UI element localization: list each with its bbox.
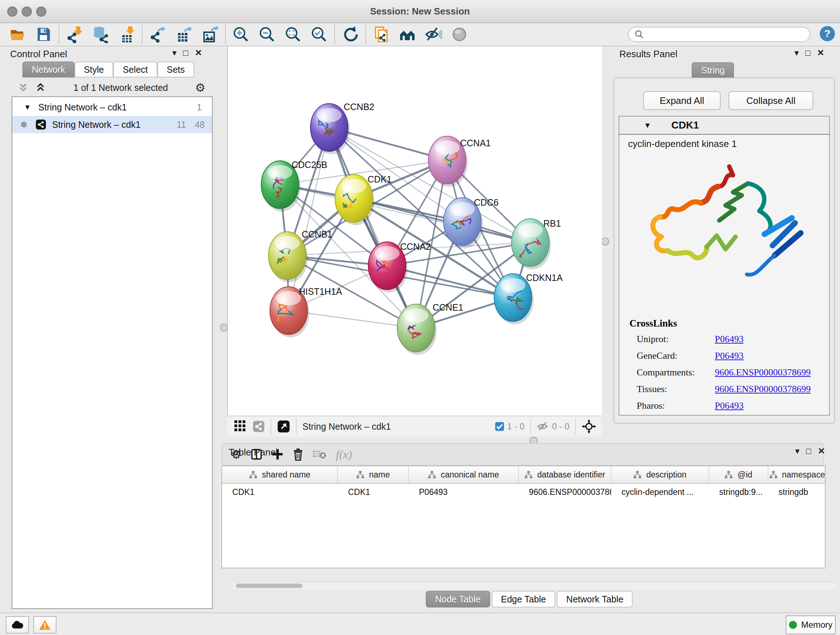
export-image-icon[interactable]: [200, 24, 220, 44]
network-collection-label: String Network – cdk1: [38, 102, 127, 112]
panel-float-icon[interactable]: □: [805, 49, 811, 57]
table-cell[interactable]: CDK1: [338, 484, 409, 500]
table-cell[interactable]: stringdb:9...: [709, 484, 768, 500]
render-detail-eye-icon[interactable]: [449, 24, 470, 44]
import-table-file-icon[interactable]: [117, 24, 137, 44]
node-RB1[interactable]: RB1: [512, 218, 561, 269]
import-network-file-icon[interactable]: [65, 24, 85, 44]
table-cell[interactable]: stringdb: [768, 484, 826, 500]
tab-sets[interactable]: Sets: [157, 62, 194, 78]
search-input[interactable]: [647, 29, 810, 40]
panel-close-icon[interactable]: ✕: [817, 49, 824, 57]
cloud-button[interactable]: [6, 616, 29, 633]
node-CDC6[interactable]: CDC6: [444, 197, 499, 249]
node-CDKN1A[interactable]: CDKN1A: [494, 272, 563, 325]
vertical-splitter-handle-left[interactable]: [220, 324, 228, 332]
column-header-name[interactable]: name: [338, 466, 409, 483]
crosslink-compartments-link[interactable]: 9606.ENSP00000378699: [715, 367, 811, 378]
import-network-database-icon[interactable]: [90, 24, 111, 44]
node-CCNA2[interactable]: CCNA2: [368, 241, 431, 293]
zoom-fit-content-icon[interactable]: [283, 24, 303, 44]
birdseye-view-icon[interactable]: [277, 420, 290, 433]
expand-all-button[interactable]: Expand All: [643, 91, 721, 110]
crosslink-pharos-link[interactable]: P06493: [715, 401, 744, 411]
table-cell[interactable]: cyclin-dependent ...: [611, 484, 709, 500]
table-cell[interactable]: CDK1: [222, 484, 338, 500]
collapse-all-button[interactable]: Collapse All: [729, 91, 813, 110]
collapse-all-chevron-icon[interactable]: [17, 82, 29, 93]
zoom-selected-icon[interactable]: [309, 24, 329, 44]
panel-float-icon[interactable]: □: [183, 49, 188, 57]
node-CCNB2[interactable]: CCNB2: [310, 102, 374, 154]
table-row[interactable]: CDK1CDK1P064939606.ENSP00000378699cyclin…: [222, 484, 825, 500]
search-field[interactable]: [628, 27, 810, 42]
column-header-canonical-name[interactable]: canonical name: [409, 466, 519, 483]
network-row[interactable]: String Network – cdk1 11 48: [12, 116, 212, 133]
vertical-splitter-handle-right[interactable]: [601, 238, 609, 245]
column-header-shared-name[interactable]: shared name: [222, 466, 338, 483]
entry-header[interactable]: ▼ CDK1: [619, 117, 829, 135]
node-CCNA1[interactable]: CCNA1: [428, 136, 491, 187]
node-attribute-table[interactable]: shared namenamecanonical namedatabase id…: [221, 466, 826, 568]
tab-string[interactable]: String: [692, 62, 734, 78]
network-graph[interactable]: CCNB2CCNA1CDC25BCDK1CDC6RB1CCNB1CCNA2CDK…: [228, 46, 602, 416]
zoom-in-icon[interactable]: [231, 24, 251, 44]
tab-network[interactable]: Network: [22, 62, 74, 78]
hide-show-graphics-icon[interactable]: [423, 24, 444, 44]
expand-all-chevron-icon[interactable]: [35, 82, 46, 93]
table-cell[interactable]: 9606.ENSP00000378699: [519, 484, 611, 500]
tree-expand-icon[interactable]: ▼: [24, 103, 31, 111]
column-header-database-identifier[interactable]: database identifier: [519, 466, 611, 483]
tab-style[interactable]: Style: [74, 62, 114, 78]
network-collection-row[interactable]: ▼ String Network – cdk1 1: [12, 98, 212, 116]
tab-network-table[interactable]: Network Table: [557, 591, 633, 608]
node-HIST1H1A[interactable]: HIST1H1A: [270, 287, 342, 337]
network-options-gear-icon[interactable]: ⚙: [195, 81, 205, 95]
crosslink-uniprot-link[interactable]: P06493: [715, 334, 744, 344]
crosslink-tissues-link[interactable]: 9606.ENSP00000378699: [715, 384, 811, 394]
panel-menu-icon[interactable]: ▾: [172, 49, 177, 57]
scrollbar-thumb[interactable]: [236, 584, 302, 588]
panel-float-icon[interactable]: □: [806, 447, 812, 455]
node-CDC25B[interactable]: CDC25B: [261, 160, 327, 211]
tab-node-table[interactable]: Node Table: [426, 591, 490, 608]
save-session-icon[interactable]: [33, 24, 54, 44]
panel-menu-icon[interactable]: ▾: [794, 49, 799, 57]
application-window: Session: New Session: [0, 0, 840, 635]
table-cell[interactable]: P06493: [409, 484, 519, 500]
zoom-out-icon[interactable]: [257, 24, 277, 44]
network-canvas[interactable]: CCNB2CCNA1CDC25BCDK1CDC6RB1CCNB1CCNA2CDK…: [227, 46, 602, 416]
export-network-icon[interactable]: [148, 24, 168, 44]
edge-CCNB2-HIST1H1A[interactable]: [289, 127, 329, 310]
open-session-icon[interactable]: [7, 24, 27, 44]
column-header-namespace[interactable]: namespace: [768, 466, 826, 483]
network-selection-status: 1 of 1 Network selected: [46, 82, 195, 93]
help-icon[interactable]: ?: [820, 26, 835, 41]
grid-mode-icon[interactable]: [234, 420, 247, 432]
node-CCNB1[interactable]: CCNB1: [268, 229, 332, 282]
export-table-icon[interactable]: [174, 24, 194, 44]
table-horizontal-scrollbar[interactable]: [233, 581, 836, 589]
column-header--id[interactable]: @id: [709, 466, 768, 483]
selected-checkbox-icon[interactable]: [495, 422, 504, 431]
pan-crosshair-icon[interactable]: [582, 419, 596, 434]
node-CCNE1[interactable]: CCNE1: [397, 302, 463, 355]
duplicate-network-icon[interactable]: [371, 24, 392, 44]
column-header-description[interactable]: description: [611, 466, 709, 483]
apply-function-icon[interactable]: f(x): [336, 448, 352, 461]
hidden-eye-icon[interactable]: [537, 421, 549, 432]
tab-edge-table[interactable]: Edge Table: [492, 591, 556, 608]
delete-table-icon[interactable]: [313, 449, 327, 460]
crosslink-genecard-link[interactable]: P06493: [715, 350, 744, 361]
group-nodes-icon[interactable]: [397, 24, 417, 44]
warning-button[interactable]: [33, 616, 57, 633]
tab-select[interactable]: Select: [113, 62, 157, 78]
memory-button[interactable]: Memory: [786, 616, 836, 634]
panel-menu-icon[interactable]: ▾: [795, 447, 799, 455]
panel-close-icon[interactable]: ✕: [195, 49, 202, 57]
delete-column-icon[interactable]: [292, 448, 304, 461]
string-network-toggle-icon[interactable]: [253, 420, 265, 432]
refresh-icon[interactable]: [340, 24, 360, 44]
panel-close-icon[interactable]: ✕: [818, 447, 825, 455]
entry-collapse-icon[interactable]: ▼: [644, 121, 651, 130]
